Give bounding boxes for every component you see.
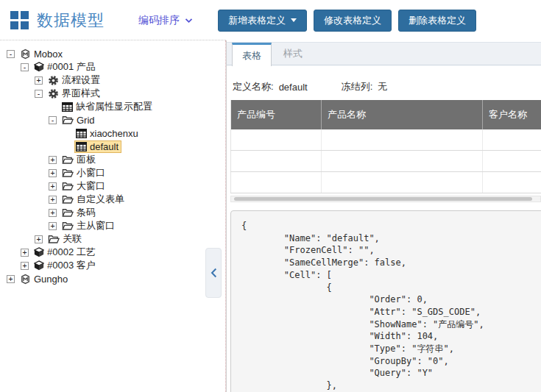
code-block: { "Name": "default", "FrozenCell": "", "… bbox=[241, 220, 541, 392]
tree-node: 流程设置 bbox=[46, 74, 103, 87]
grid-table-icon bbox=[62, 102, 73, 112]
code-line: "Query": "Y" bbox=[241, 367, 541, 379]
tree-expander[interactable]: + bbox=[7, 275, 15, 283]
grid-cell bbox=[231, 129, 322, 151]
cube-icon bbox=[34, 260, 44, 271]
sidebar: -Mobox-#0001 产品+流程设置-界面样式缺省属性显示配置-Gridxi… bbox=[0, 40, 226, 392]
tree-item[interactable]: +#0003 客户 bbox=[0, 259, 225, 272]
main: -Mobox-#0001 产品+流程设置-界面样式缺省属性显示配置-Gridxi… bbox=[0, 40, 541, 392]
tree-item[interactable]: +大窗口 bbox=[0, 179, 225, 193]
grid-cell bbox=[322, 129, 483, 151]
grid-cell bbox=[231, 151, 322, 172]
grid-cell bbox=[483, 129, 541, 151]
definition-code-box: { "Name": "default", "FrozenCell": "", "… bbox=[230, 210, 541, 392]
tree-expander[interactable]: - bbox=[49, 116, 57, 124]
tree-node: 主从窗口 bbox=[60, 220, 118, 232]
toolbar-button-label: 删除表格定义 bbox=[409, 14, 466, 27]
tree-item-label: 流程设置 bbox=[62, 74, 100, 87]
code-line: }, bbox=[241, 379, 541, 392]
code-line: "Cell": [ bbox=[241, 269, 541, 282]
grid-column-header[interactable]: 产品编号 bbox=[231, 100, 322, 129]
tree-expander[interactable]: + bbox=[21, 262, 29, 270]
grid-column-header[interactable]: 产品名称 bbox=[322, 100, 483, 129]
tree-node: 界面样式 bbox=[46, 88, 103, 100]
tree-item[interactable]: +主从窗口 bbox=[0, 219, 225, 232]
tree-expander[interactable]: - bbox=[35, 90, 43, 98]
tree-node: 面板 bbox=[60, 154, 99, 166]
grid-body bbox=[231, 129, 541, 193]
tree-expander[interactable]: + bbox=[35, 235, 43, 243]
code-line: "Order": 0, bbox=[241, 293, 541, 306]
tree-item[interactable]: +面板 bbox=[0, 153, 225, 166]
grid-cell bbox=[322, 151, 483, 172]
tab-strip: 表格样式 bbox=[227, 42, 541, 65]
mobox-logo-icon bbox=[20, 274, 31, 285]
tree-item[interactable]: -Grid bbox=[0, 113, 225, 126]
page-title: 数据模型 bbox=[37, 10, 105, 32]
tree-node: Mobox bbox=[18, 48, 66, 60]
tree-expander[interactable]: + bbox=[49, 209, 57, 217]
tree-item-label: Gungho bbox=[34, 274, 68, 285]
tree-item-label: 自定义表单 bbox=[77, 193, 124, 206]
toolbar-button[interactable]: 新增表格定义 bbox=[218, 10, 307, 32]
toolbar-button-label: 修改表格定义 bbox=[324, 14, 381, 27]
folder-icon bbox=[62, 181, 74, 191]
grid-preview: 产品编号产品名称客户名称 bbox=[230, 100, 541, 193]
tree-item-label: 条码 bbox=[77, 206, 96, 219]
tree-node: #0001 产品 bbox=[32, 61, 99, 74]
tree-item[interactable]: 缺省属性显示配置 bbox=[0, 100, 225, 113]
tree-item[interactable]: -界面样式 bbox=[0, 87, 225, 100]
tree-item[interactable]: +流程设置 bbox=[0, 74, 225, 87]
definition-info-row: 定义名称: default 冻结列: 无 bbox=[233, 80, 541, 93]
tree-expander[interactable]: - bbox=[21, 63, 29, 71]
tree-item[interactable]: +关联 bbox=[0, 232, 225, 246]
tree-expander[interactable]: + bbox=[49, 222, 57, 230]
grid-hscrollbar[interactable] bbox=[230, 196, 541, 202]
tree-expander[interactable]: + bbox=[21, 249, 29, 257]
grid-cell bbox=[483, 172, 541, 193]
collapse-sidebar-button[interactable] bbox=[205, 248, 222, 298]
gear-icon bbox=[48, 75, 59, 86]
tree-expander[interactable]: + bbox=[35, 76, 43, 85]
code-line: { bbox=[241, 282, 541, 294]
tree-expander[interactable]: + bbox=[49, 182, 57, 190]
tree-item[interactable]: -#0001 产品 bbox=[0, 60, 225, 74]
toolbar-button[interactable]: 删除表格定义 bbox=[398, 10, 476, 32]
code-line: "Type": "字符串", bbox=[241, 343, 541, 355]
toolbar-button[interactable]: 修改表格定义 bbox=[314, 10, 392, 32]
folder-icon bbox=[62, 154, 74, 165]
tree-node: 大窗口 bbox=[60, 180, 108, 193]
tree-item[interactable]: -Mobox bbox=[0, 47, 225, 60]
tree-item-label: #0002 工艺 bbox=[47, 246, 96, 259]
mobox-logo-icon bbox=[20, 49, 31, 60]
tree-item-label: xiaochenxu bbox=[90, 128, 138, 139]
code-line: "ShowName": "产品编号", bbox=[241, 318, 541, 331]
tree-item-label: 大窗口 bbox=[77, 179, 105, 193]
tree-item-label: Grid bbox=[77, 115, 95, 126]
tree-expander[interactable]: + bbox=[49, 169, 57, 177]
tree-item[interactable]: +#0002 工艺 bbox=[0, 246, 225, 259]
tree-item[interactable]: +自定义表单 bbox=[0, 193, 225, 206]
tree-item[interactable]: default bbox=[0, 140, 225, 153]
tree-item[interactable]: +小窗口 bbox=[0, 166, 225, 179]
grid-cell bbox=[231, 172, 322, 193]
tree-expander[interactable]: - bbox=[7, 50, 15, 58]
folder-icon bbox=[62, 221, 74, 231]
tab-style[interactable]: 样式 bbox=[272, 43, 314, 65]
tree-expander[interactable]: + bbox=[49, 196, 57, 204]
tree-item[interactable]: +条码 bbox=[0, 206, 225, 219]
tree-item-label: 主从窗口 bbox=[77, 219, 115, 232]
grid-column-header[interactable]: 客户名称 bbox=[483, 100, 541, 129]
tree-item[interactable]: xiaochenxu bbox=[0, 126, 225, 140]
tree-node: #0003 客户 bbox=[32, 260, 99, 272]
tab-table[interactable]: 表格 bbox=[232, 43, 272, 66]
tree-expander[interactable]: + bbox=[49, 156, 57, 164]
tree-node: 小窗口 bbox=[60, 167, 108, 179]
tree-node: Grid bbox=[60, 114, 98, 126]
sort-order-dropdown[interactable]: 编码排序 bbox=[138, 14, 193, 27]
grid-hscrollbar-thumb[interactable] bbox=[234, 197, 532, 201]
tree-item[interactable]: +Gungho bbox=[0, 272, 225, 285]
tree-item-label: 小窗口 bbox=[77, 166, 105, 179]
gear-icon bbox=[48, 88, 59, 99]
code-line: "Name": "default", bbox=[241, 232, 541, 245]
